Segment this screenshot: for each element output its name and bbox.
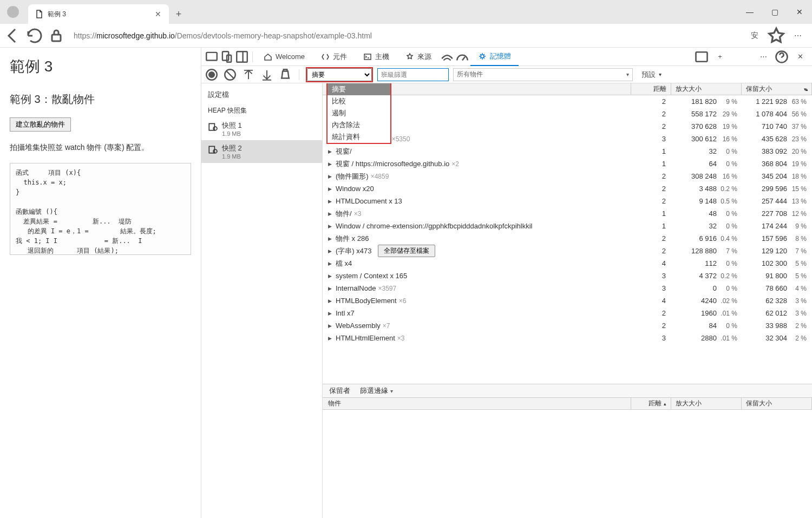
retain-columns: 物件 距離 ▴ 放大大小 保留大小 [323,398,812,410]
object-filter-select[interactable]: 所有物件 [453,68,633,81]
svg-rect-5 [364,54,371,60]
col-distance[interactable]: 距離 [631,83,671,95]
retainers-label: 保留者 [329,386,350,396]
download-button[interactable] [260,68,274,82]
tab-performance-icon[interactable] [455,50,469,64]
panel-toggle[interactable] [694,49,709,64]
create-objects-button[interactable]: 建立散亂的物件 [10,117,71,132]
refresh-button[interactable] [26,27,43,44]
table-row[interactable]: ▶視窗 / https://microsoftedge.github.io ×2… [323,158,812,170]
svg-point-13 [213,127,217,130]
default-dropdown[interactable]: 預設▾ [637,70,666,80]
browser-tab[interactable]: 範例 3 ✕ [28,4,169,24]
new-tab-button[interactable]: + [169,4,188,24]
svg-rect-2 [222,51,228,60]
table-row[interactable]: ▶(編譯的程式代碼) ×53503300 61216 %435 62823 % [323,133,812,145]
retain-body [323,410,812,518]
table-row[interactable]: ▶檔 x441120 %102 3005 % [323,257,812,270]
page-subtitle: 範例 3：散亂物件 [10,92,191,107]
gc-button[interactable] [278,68,292,82]
tab-title: 範例 3 [48,10,149,19]
table-row[interactable]: ▶HTMLDocument x 1329 1480.5 %257 44413 % [323,195,812,207]
col-object[interactable]: 物件 [323,398,631,409]
table-row[interactable]: ▶物件 x 28626 9160.4 %157 5968 % [323,232,812,245]
avatar-icon [7,6,19,18]
dropdown-option[interactable]: 統計資料 [328,131,390,143]
snapshot-item[interactable]: 快照 11.9 MB [201,117,322,140]
favorites-button[interactable] [767,27,786,44]
reader-mode-button[interactable]: 安 [745,27,764,44]
titlebar: 範例 3 ✕ + — ▢ ✕ [0,0,812,24]
tab-memory[interactable]: 記憶體 [470,48,519,66]
tab-elements[interactable]: 元件 [313,48,355,66]
dock-button[interactable] [235,50,249,64]
back-button[interactable] [4,27,22,44]
profile-button[interactable] [0,0,26,24]
upload-button[interactable] [241,68,256,82]
heap-rows[interactable]: 2181 8209 %1 221 92863 %2558 17229 %1 07… [323,95,812,384]
table-row[interactable]: ▶物件/ ×31480 %227 70812 % [323,207,812,220]
code-display[interactable]: 函式 項目 (x){ this.x = x; } 函數編號 (){ 差異結果 =… [10,163,191,255]
col-shallow[interactable]: 放大大小 [671,83,742,95]
table-row[interactable]: ▶HTMLHtmlElement ×332880.01 %32 3042 % [323,332,812,344]
dropdown-option[interactable]: 摘要 [328,83,390,95]
page-content: 範例 3 範例 3：散亂物件 建立散亂的物件 拍攝堆集快照並 watch 物件 … [0,48,201,518]
dropdown-option[interactable]: 比較 [328,95,390,107]
table-row[interactable]: ▶(物件圖形) ×48592308 24816 %345 20418 % [323,170,812,182]
col-distance[interactable]: 距離 ▴ [631,398,671,409]
table-row[interactable]: ▶system / Context x 16534 3720.2 %91 800… [323,270,812,282]
col-shallow[interactable]: 放大大小 [671,398,742,409]
maximize-button[interactable]: ▢ [762,0,787,24]
class-filter-input[interactable] [377,68,449,81]
url-text: https://microsoftedge.github.io/Demos/de… [74,31,372,40]
menu-button[interactable]: ⋯ [788,27,808,44]
heap-view: 摘要 比較 遏制 內含除法 統計資料 距離 放大大小 保留大小▾▴ 2181 8… [323,83,812,518]
table-row[interactable]: ▶Window x2023 4880.2 %299 59615 % [323,182,812,195]
svg-point-15 [213,149,217,153]
device-toggle-button[interactable] [220,50,234,64]
record-button[interactable] [205,68,219,82]
table-row[interactable]: 2181 8209 %1 221 92863 % [323,95,812,108]
memory-toolbar: 摘要 所有物件 預設▾ [201,66,812,83]
more-tools-button[interactable]: ⋯ [756,49,771,64]
table-row[interactable]: ▶HTMLBodyElement ×644240.02 %62 3283 % [323,294,812,307]
table-row[interactable]: ▶InternalNode ×3597300 %78 6604 % [323,282,812,294]
table-row[interactable]: ▶(字串) x473全部儲存至檔案2128 8807 %129 1207 % [323,245,812,257]
snapshot-item[interactable]: 快照 21.9 MB [201,140,322,163]
table-row[interactable]: ▶WebAssembly ×72840 %33 9882 % [323,319,812,332]
col-retained[interactable]: 保留大小▾▴ [742,83,812,95]
save-all-button[interactable]: 全部儲存至檔案 [378,245,435,257]
view-dropdown-menu: 摘要 比較 遏制 內含除法 統計資料 [326,83,391,144]
clear-button[interactable] [223,68,237,82]
add-tab-button[interactable]: + [712,49,728,64]
table-row[interactable]: ▶Window / chrome-extension://gpphkfbcpid… [323,220,812,232]
dropdown-option[interactable]: 遏制 [328,107,390,119]
tab-console[interactable]: 主機 [356,48,397,66]
tab-network-icon[interactable] [440,50,454,64]
view-select-wrapper: 摘要 [306,67,373,82]
table-row[interactable]: 2370 62819 %710 74037 % [323,120,812,133]
table-row[interactable]: 2558 17229 %1 078 40456 % [323,108,812,120]
view-select[interactable]: 摘要 [307,68,372,81]
instruction-text: 拍攝堆集快照並 watch 物件 (專案) 配置。 [10,141,191,153]
dropdown-option[interactable]: 內含除法 [328,119,390,131]
table-row[interactable]: ▶視窗/1320 %383 09220 % [323,145,812,158]
page-title: 範例 3 [10,56,191,77]
tab-close-button[interactable]: ✕ [154,10,162,18]
profiles-sidebar: 設定檔 HEAP 快照集 快照 11.9 MB 快照 21.9 MB [201,83,323,518]
minimize-button[interactable]: — [737,0,762,24]
address-bar: https://microsoftedge.github.io/Demos/de… [0,24,812,48]
devtools-panel: Welcome 元件 主機 來源 記憶體 + ⋯ ✕ 摘要 [201,48,812,518]
col-retained[interactable]: 保留大小 [742,398,812,409]
close-devtools-button[interactable]: ✕ [793,49,808,64]
retainers-filter[interactable]: 篩選邊緣 ▾ [360,386,393,396]
help-button[interactable] [774,49,789,64]
inspect-button[interactable] [205,50,219,64]
tab-sources[interactable]: 來源 [398,48,439,66]
table-row[interactable]: ▶Intl x721960.01 %62 0123 % [323,307,812,319]
close-window-button[interactable]: ✕ [787,0,812,24]
url-field[interactable]: https://microsoftedge.github.io/Demos/de… [69,31,741,40]
site-info-button[interactable] [48,27,65,44]
tab-welcome[interactable]: Welcome [256,48,312,66]
svg-rect-4 [237,51,247,62]
